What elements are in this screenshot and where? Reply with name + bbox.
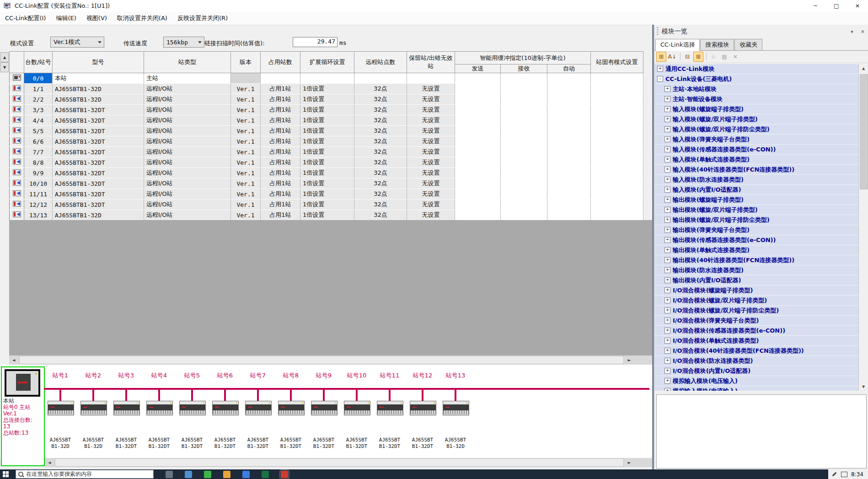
cell-occupied[interactable]: 占用1站	[261, 199, 300, 210]
expand-icon[interactable]: +	[664, 368, 670, 374]
master-station-box[interactable]: 本站 站号0 主站Ver.1总连接台数:13总站数:13	[1, 366, 45, 466]
tab-search-module[interactable]: 搜索模块	[700, 39, 734, 50]
cell-ver[interactable]	[231, 73, 261, 84]
cell-mode[interactable]	[591, 199, 643, 210]
table-row[interactable]: 9/9AJ65SBTB1-32DT远程I/O站Ver.1占用1站1倍设置32点无…	[10, 168, 643, 178]
tree-item[interactable]: +输入模块(传感器连接器类型(e-CON))	[654, 145, 858, 155]
cell-mode[interactable]	[591, 84, 643, 94]
station-number-label[interactable]: 站号3	[110, 371, 142, 380]
table-row[interactable]: 2/2AJ65SBTB1-32D远程I/O站Ver.1占用1站1倍设置32点无设…	[10, 94, 643, 105]
tree-item[interactable]: +输入模块(螺旋端子排类型)	[654, 104, 858, 114]
scroll-right-icon[interactable]: ►	[625, 355, 634, 365]
table-row[interactable]: 0/0本站主站	[10, 73, 643, 84]
table-row[interactable]: 1/1AJ65SBTB1-32D远程I/O站Ver.1占用1站1倍设置32点无设…	[10, 84, 643, 94]
cell-auto[interactable]	[547, 136, 591, 147]
tree-item[interactable]: +输入模块(内置I/O适配器)	[654, 185, 858, 195]
cell-type[interactable]: 远程I/O站	[144, 189, 231, 199]
tree-item[interactable]: +输入模块(防水连接器类型)	[654, 175, 858, 185]
station-number-label[interactable]: 站号11	[374, 371, 406, 380]
tree-item[interactable]: +输出模块(螺旋/双片端子排防尘类型)	[654, 215, 858, 225]
expand-icon[interactable]: +	[664, 277, 670, 283]
scroll-right-icon[interactable]: ►	[625, 458, 634, 467]
table-row[interactable]: 13/13AJ65SBTB1-32D远程I/O站Ver.1占用1站1倍设置32点…	[10, 210, 643, 221]
expand-items-icon[interactable]: ⊞	[656, 52, 666, 62]
cell-ver[interactable]: Ver.1	[231, 168, 261, 178]
cell-send[interactable]	[455, 136, 501, 147]
cell-ver[interactable]: Ver.1	[231, 84, 261, 94]
cell-cycle[interactable]: 1倍设置	[300, 199, 354, 210]
expand-icon[interactable]: +	[664, 257, 670, 263]
cell-occupied[interactable]	[261, 73, 300, 84]
cell-ver[interactable]: Ver.1	[231, 157, 261, 168]
cell-model[interactable]: AJ65SBTB1-32DT	[53, 168, 144, 178]
tree-item[interactable]: +输出模块(防水连接器类型)	[654, 265, 858, 275]
cell-cycle[interactable]: 1倍设置	[300, 178, 354, 189]
cell-model[interactable]: AJ65SBTB1-32DT	[53, 126, 144, 136]
tree-item[interactable]: +I/O混合模块(螺旋/双片端子排防尘类型)	[654, 306, 858, 316]
cell-num[interactable]: 3/3	[24, 105, 53, 115]
cell-num[interactable]: 2/2	[24, 94, 53, 105]
table-horizontal-scrollbar[interactable]: ◄ ►	[9, 355, 652, 365]
station-number-label[interactable]: 站号13	[439, 371, 472, 380]
station-number-label[interactable]: 站号4	[143, 371, 175, 380]
cell-send[interactable]	[455, 105, 501, 115]
cell-type[interactable]: 远程I/O站	[144, 210, 231, 221]
expand-icon[interactable]: +	[657, 66, 663, 72]
cell-reserve[interactable]	[407, 73, 455, 84]
cell-points[interactable]: 32点	[354, 210, 407, 221]
remote-module-image[interactable]	[245, 401, 272, 415]
cell-model[interactable]: 本站	[53, 73, 144, 84]
cell-points[interactable]: 32点	[354, 115, 407, 126]
start-button[interactable]	[0, 469, 11, 479]
cell-occupied[interactable]: 占用1站	[261, 157, 300, 168]
remote-row-icon-cell[interactable]	[10, 189, 24, 199]
expand-icon[interactable]: +	[664, 328, 670, 334]
taskbar-app-icon[interactable]	[281, 471, 288, 478]
taskbar-search-input[interactable]: 在这里输入你要搜索的内容	[16, 470, 154, 479]
cell-points[interactable]: 32点	[354, 84, 407, 94]
cell-model[interactable]: AJ65SBTB1-32DT	[53, 189, 144, 199]
expand-icon[interactable]: +	[664, 388, 670, 391]
cell-occupied[interactable]: 占用1站	[261, 210, 300, 221]
scrollbar-thumb[interactable]	[55, 458, 624, 467]
cell-auto[interactable]	[547, 73, 591, 84]
cell-model[interactable]: AJ65SBTB1-32D	[53, 94, 144, 105]
cell-recv[interactable]	[501, 136, 547, 147]
cell-cycle[interactable]: 1倍设置	[300, 136, 354, 147]
menu-item-5[interactable]: 反映设置并关闭(R)	[172, 12, 233, 25]
tree-item[interactable]: +通用CC-Link模块	[654, 64, 858, 74]
expand-icon[interactable]: +	[664, 86, 670, 92]
cell-cycle[interactable]: 1倍设置	[300, 189, 354, 199]
tree-item[interactable]: +主站·智能设备模块	[654, 94, 858, 104]
cell-model[interactable]: AJ65SBTB1-32DT	[53, 105, 144, 115]
tree-item[interactable]: -CC-Link设备(三菱电机)	[654, 74, 858, 84]
tree-item[interactable]: +输入模块(螺旋/双片端子排类型)	[654, 114, 858, 124]
table-row[interactable]: 3/3AJ65SBTB1-32DT远程I/O站Ver.1占用1站1倍设置32点无…	[10, 105, 643, 115]
cell-reserve[interactable]: 无设置	[407, 84, 455, 94]
cell-ver[interactable]: Ver.1	[231, 147, 261, 157]
cell-type[interactable]: 远程I/O站	[144, 147, 231, 157]
remote-row-icon-cell[interactable]	[10, 168, 24, 178]
cell-recv[interactable]	[501, 84, 547, 94]
cell-num[interactable]: 5/5	[24, 126, 53, 136]
expand-icon[interactable]: +	[664, 96, 670, 102]
remote-module-image[interactable]	[278, 401, 305, 415]
transmission-speed-select[interactable]: 156kbp	[163, 37, 204, 48]
module-list-header[interactable]: 模块一览 ▾ ✕	[654, 25, 868, 38]
tree-item[interactable]: +输出模块(内置I/O适配器)	[654, 275, 858, 285]
remote-module-image[interactable]	[179, 401, 206, 415]
cell-reserve[interactable]: 无设置	[407, 126, 455, 136]
expand-icon[interactable]: +	[664, 177, 670, 183]
cell-send[interactable]	[455, 189, 501, 199]
expand-icon[interactable]: +	[664, 307, 670, 313]
expand-icon[interactable]: +	[664, 167, 670, 172]
cell-occupied[interactable]: 占用1站	[261, 189, 300, 199]
copy-icon[interactable]: ▤	[719, 52, 729, 62]
cell-mode[interactable]	[591, 73, 643, 84]
collapse-all-icon[interactable]: ⊟	[682, 52, 692, 62]
cell-reserve[interactable]: 无设置	[407, 178, 455, 189]
expand-icon[interactable]: +	[664, 267, 670, 273]
expand-icon[interactable]: +	[664, 287, 670, 293]
tree-item[interactable]: +输出模块(螺旋/双片端子排类型)	[654, 205, 858, 215]
cell-points[interactable]: 32点	[354, 147, 407, 157]
